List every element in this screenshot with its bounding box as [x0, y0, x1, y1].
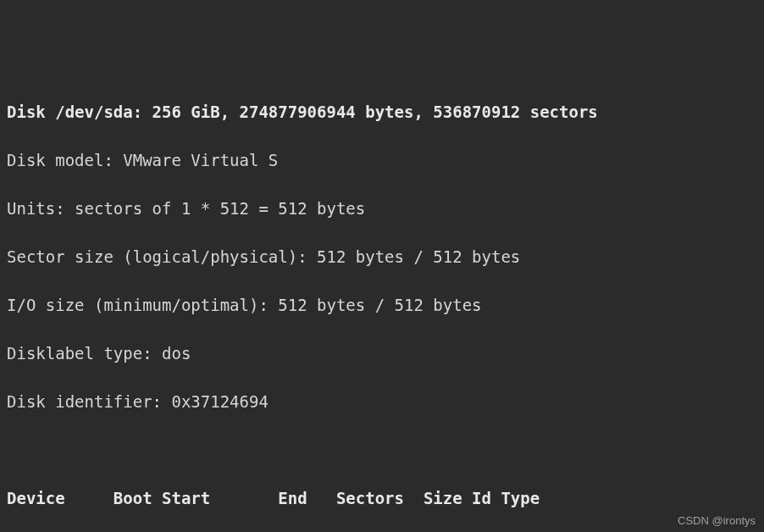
disk-sda-model: Disk model: VMware Virtual S — [7, 148, 757, 173]
disk-sda-label-type: Disklabel type: dos — [7, 341, 757, 366]
disk-sda-io-size: I/O size (minimum/optimal): 512 bytes / … — [7, 293, 757, 318]
disk-sda-units: Units: sectors of 1 * 512 = 512 bytes — [7, 197, 757, 221]
blank-line — [7, 438, 757, 463]
watermark: CSDN @irontys — [678, 513, 756, 529]
disk-sda-header-cutoff: Disk /dev/sda: 256 GiB, 274877906944 byt… — [7, 100, 757, 125]
partition-table-header-sda: Device Boot Start End Sectors Size Id Ty… — [7, 486, 757, 511]
disk-sda-sector-size: Sector size (logical/physical): 512 byte… — [7, 245, 757, 269]
disk-sda-identifier: Disk identifier: 0x37124694 — [7, 390, 757, 414]
